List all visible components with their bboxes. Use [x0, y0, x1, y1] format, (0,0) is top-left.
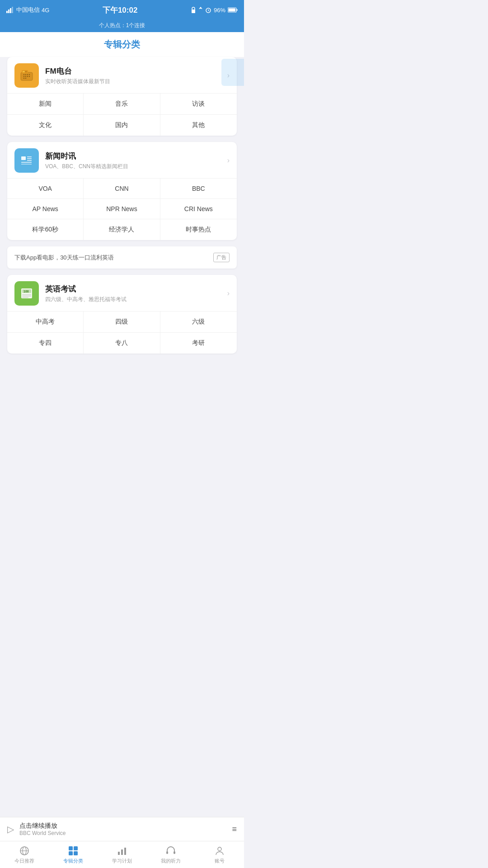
- exam-cat-5[interactable]: 考研: [160, 333, 237, 354]
- svg-rect-38: [22, 297, 28, 298]
- exam-title: 英语考试: [45, 284, 227, 294]
- svg-point-14: [27, 74, 28, 75]
- exam-svg: 100: [18, 285, 35, 302]
- fm-subtitle: 实时收听英语媒体最新节目: [45, 78, 227, 85]
- svg-rect-25: [18, 152, 35, 169]
- news-cat-5[interactable]: CRI News: [160, 199, 237, 219]
- hotspot-text: 个人热点：1个连接: [99, 22, 145, 28]
- svg-point-12: [23, 74, 24, 75]
- status-bar: 中国电信 4G 下午10:02 96%: [0, 0, 244, 20]
- fm-card[interactable]: FM电台 实时收听英语媒体最新节目 › 新闻 音乐 访谈 文化 国内 其他: [7, 57, 237, 136]
- news-card-header[interactable]: 新闻时讯 VOA、BBC、CNN等精选新闻栏目 ›: [7, 142, 237, 179]
- scroll-area: FM电台 实时收听英语媒体最新节目 › 新闻 音乐 访谈 文化 国内 其他: [0, 57, 244, 419]
- battery-label: 96%: [214, 7, 225, 14]
- svg-point-15: [29, 74, 30, 75]
- news-svg: [18, 152, 35, 169]
- fm-grid: 新闻 音乐 访谈 文化 国内 其他: [7, 94, 237, 136]
- news-cat-8[interactable]: 时事热点: [160, 219, 237, 240]
- ad-tag: 广告: [213, 253, 230, 262]
- svg-rect-0: [6, 11, 8, 13]
- battery-icon: [228, 7, 238, 13]
- svg-rect-1: [8, 9, 9, 13]
- news-cat-3[interactable]: AP News: [7, 199, 84, 219]
- status-time: 下午10:02: [103, 5, 137, 15]
- radio-svg: [18, 67, 35, 84]
- page-title: 专辑分类: [0, 32, 244, 57]
- svg-rect-36: [22, 294, 31, 295]
- fm-cat-4[interactable]: 国内: [84, 115, 160, 136]
- exam-cat-4[interactable]: 专八: [84, 333, 160, 354]
- svg-point-13: [25, 74, 26, 75]
- status-right: 96%: [191, 7, 238, 14]
- exam-grid: 中高考 四级 六级 专四 专八 考研: [7, 311, 237, 354]
- svg-point-19: [29, 76, 30, 77]
- news-icon: [14, 148, 39, 173]
- svg-rect-30: [21, 162, 32, 163]
- svg-point-17: [25, 76, 26, 77]
- svg-rect-2: [10, 8, 11, 13]
- exam-cat-0[interactable]: 中高考: [7, 311, 84, 333]
- svg-point-16: [23, 76, 24, 77]
- fm-icon: [14, 63, 39, 88]
- svg-text:100: 100: [23, 290, 29, 293]
- svg-rect-3: [12, 7, 13, 13]
- fm-cat-5[interactable]: 其他: [160, 115, 237, 136]
- exam-cat-3[interactable]: 专四: [7, 333, 84, 354]
- decoration: [221, 59, 244, 86]
- fm-card-header[interactable]: FM电台 实时收听英语媒体最新节目 ›: [7, 57, 237, 94]
- svg-rect-31: [21, 164, 32, 165]
- exam-subtitle: 四六级、中高考、雅思托福等考试: [45, 296, 227, 303]
- svg-rect-28: [27, 158, 32, 159]
- svg-rect-7: [236, 9, 237, 11]
- news-cat-1[interactable]: CNN: [84, 179, 160, 199]
- svg-rect-26: [21, 156, 26, 160]
- signal-icon: [6, 7, 14, 13]
- exam-cat-2[interactable]: 六级: [160, 311, 237, 333]
- svg-point-21: [25, 78, 26, 79]
- svg-rect-8: [228, 9, 235, 12]
- fm-cat-1[interactable]: 音乐: [84, 94, 160, 115]
- news-title: 新闻时讯: [45, 151, 227, 161]
- news-cat-7[interactable]: 经济学人: [84, 219, 160, 240]
- location-icon: [198, 7, 203, 13]
- news-card-text: 新闻时讯 VOA、BBC、CNN等精选新闻栏目: [45, 151, 227, 170]
- news-cat-6[interactable]: 科学60秒: [7, 219, 84, 240]
- svg-rect-4: [192, 9, 195, 13]
- exam-cat-1[interactable]: 四级: [84, 311, 160, 333]
- news-card[interactable]: 新闻时讯 VOA、BBC、CNN等精选新闻栏目 › VOA CNN BBC AP…: [7, 142, 237, 240]
- ad-banner[interactable]: 下载App看电影，30天练一口流利英语 广告: [7, 246, 237, 269]
- fm-cat-0[interactable]: 新闻: [7, 94, 84, 115]
- fm-card-text: FM电台 实时收听英语媒体最新节目: [45, 66, 227, 85]
- svg-rect-24: [23, 71, 25, 72]
- carrier-label: 中国电信: [16, 6, 40, 14]
- svg-rect-29: [27, 160, 32, 161]
- lock-icon: [191, 7, 196, 13]
- news-grid: VOA CNN BBC AP News NPR News CRI News 科学…: [7, 179, 237, 240]
- news-cat-0[interactable]: VOA: [7, 179, 84, 199]
- status-left: 中国电信 4G: [6, 6, 49, 14]
- svg-rect-10: [21, 72, 33, 80]
- exam-card-text: 英语考试 四六级、中高考、雅思托福等考试: [45, 284, 227, 303]
- alarm-icon: [205, 7, 211, 13]
- fm-title: FM电台: [45, 66, 227, 76]
- ad-text: 下载App看电影，30天练一口流利英语: [14, 254, 114, 262]
- news-cat-4[interactable]: NPR News: [84, 199, 160, 219]
- svg-point-18: [27, 76, 28, 77]
- exam-card[interactable]: 100 英语考试 四六级、中高考、雅思托福等考试 › 中高考 四级 六级 专四 …: [7, 275, 237, 354]
- svg-rect-27: [27, 156, 32, 157]
- news-cat-2[interactable]: BBC: [160, 179, 237, 199]
- exam-card-header[interactable]: 100 英语考试 四六级、中高考、雅思托福等考试 ›: [7, 275, 237, 311]
- hotspot-bar: 个人热点：1个连接: [0, 20, 244, 32]
- fm-cat-3[interactable]: 文化: [7, 115, 84, 136]
- exam-icon: 100: [14, 281, 39, 306]
- network-label: 4G: [42, 7, 49, 14]
- svg-rect-37: [22, 296, 31, 297]
- exam-chevron-icon: ›: [227, 289, 230, 297]
- svg-point-20: [23, 78, 24, 79]
- fm-cat-2[interactable]: 访谈: [160, 94, 237, 115]
- news-subtitle: VOA、BBC、CNN等精选新闻栏目: [45, 163, 227, 170]
- news-chevron-icon: ›: [227, 156, 230, 165]
